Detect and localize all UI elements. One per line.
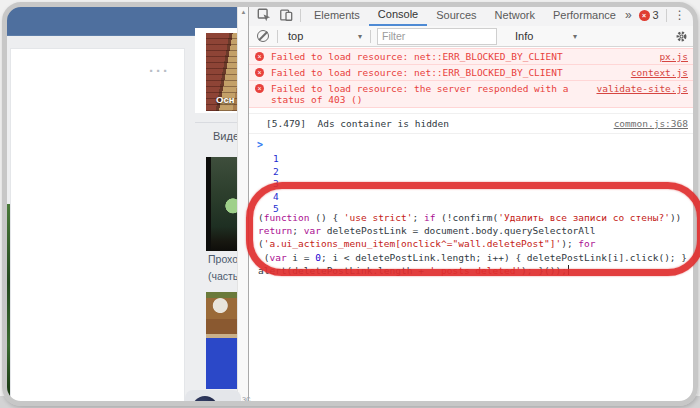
devtools-menu-icon[interactable]: ⋮ [674,8,686,22]
error-icon: × [255,84,264,93]
error-text: Failed to load resource: net::ERR_BLOCKE… [271,51,616,62]
toolbar-separator [300,9,301,22]
tab-console[interactable]: Console [369,4,427,26]
execution-context-dropdown[interactable]: top ▾ [278,30,370,42]
context-label: top [288,30,303,42]
log-text: [5.479] Ads container is hidden [266,118,449,129]
post-menu-icon[interactable]: ··· [149,67,170,75]
code-line: (var i = 0; i < deletePostLink.length; i… [258,251,696,264]
error-text: Failed to load resource: the server resp… [271,83,596,105]
text-caret [568,265,569,275]
tab-network[interactable]: Network [486,4,544,26]
history-number: 4 [273,191,696,204]
history-number: 1 [273,153,696,166]
console-error-row: × Failed to load resource: net::ERR_BLOC… [249,49,696,65]
tab-elements[interactable]: Elements [305,4,369,26]
tabbar-right-controls: » × 3 ⋮ × [625,4,696,26]
error-icon: × [255,52,264,61]
console-error-row: × Failed to load resource: net::ERR_BLOC… [249,65,696,81]
avatar-popup-label: зс [242,394,251,404]
error-badge-count: 3 [653,9,659,21]
thumbnail-caption: Осн [216,94,234,105]
error-source-link[interactable]: validate-site.js [596,83,688,94]
devtools-tabbar: Elements Console Sources Network Perform… [249,4,696,27]
clear-console-icon[interactable] [257,30,269,42]
code-line: ('a.ui_actions_menu_item[onclick^="wall.… [258,237,696,250]
error-source-link[interactable]: context.js [631,67,688,78]
avatar [192,396,218,404]
inspect-element-icon[interactable] [256,8,271,23]
console-log-row: [5.479] Ads container is hidden common.j… [249,113,696,134]
history-number: 3 [273,178,696,191]
log-source-link[interactable]: common.js:368 [614,118,688,129]
code-line: return; var deletePostLink = document.bo… [258,224,696,237]
console-toolbar: top ▾ Info ▾ [249,26,696,47]
console-messages: × Failed to load resource: net::ERR_BLOC… [249,46,696,404]
toolbar-separator [370,30,371,43]
video-title-line2[interactable]: (часть [208,270,238,282]
error-badge-icon: × [639,10,650,21]
console-error-row: × Failed to load resource: the server re… [249,81,696,108]
console-settings-gear-icon[interactable] [675,30,688,43]
tab-performance[interactable]: Performance [544,4,625,26]
vk-page: ··· Осн Видео Прохо (часть ▲ зс [4,4,248,404]
error-source-link[interactable]: px.js [659,51,688,62]
history-number: 2 [273,166,696,179]
toolbar-separator [666,9,667,22]
error-text: Failed to load resource: net::ERR_BLOCKE… [271,67,616,78]
console-prompt-chevron[interactable]: > [249,134,696,150]
video-title-line1[interactable]: Прохо [208,253,238,265]
error-count-badge[interactable]: × 3 [639,9,659,21]
code-line: alert(deletePostLink.length + ' posts de… [258,264,696,277]
avatar-popup [185,390,241,404]
devtools-action-icons [249,4,305,26]
browser-window: ··· Осн Видео Прохо (часть ▲ зс [4,4,696,404]
log-level-dropdown[interactable]: Info ▾ [515,30,577,42]
tab-sources[interactable]: Sources [427,4,485,26]
post-card: ··· [10,48,185,404]
error-messages: × Failed to load resource: net::ERR_BLOC… [249,48,696,108]
console-history: 12345 [249,153,696,216]
more-tabs-icon[interactable]: » [625,8,632,22]
chevron-down-icon: ▾ [358,32,362,41]
console-code[interactable]: (function () { 'use strict'; if (!confir… [249,211,696,278]
error-icon: × [255,68,264,77]
close-devtools-icon[interactable]: × [693,8,696,23]
code-line: (function () { 'use strict'; if (!confir… [258,211,696,224]
log-level-label: Info [515,30,533,42]
screenshot-stage: ··· Осн Видео Прохо (часть ▲ зс [0,0,700,408]
chevron-down-icon: ▾ [573,32,577,41]
devtools-panel: Elements Console Sources Network Perform… [248,4,696,404]
device-toolbar-icon[interactable] [278,8,293,23]
filter-input[interactable] [377,28,497,45]
